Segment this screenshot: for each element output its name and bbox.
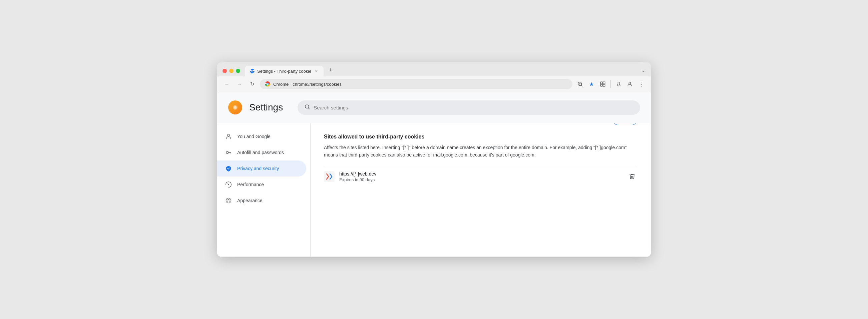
svg-point-14	[226, 151, 228, 154]
tabs-menu-button[interactable]: ⌄	[642, 68, 646, 77]
chrome-logo-icon	[265, 81, 271, 87]
person-icon	[225, 133, 232, 140]
active-tab[interactable]: Settings - Third-party cookie ✕	[245, 66, 323, 77]
svg-point-19	[229, 200, 230, 200]
sidebar-item-appearance[interactable]: Appearance	[217, 193, 306, 208]
sidebar-item-autofill[interactable]: Autofill and passwords	[217, 144, 306, 161]
main-content-panel: Sites allowed to use third-party cookies…	[311, 123, 651, 257]
settings-search-bar[interactable]	[298, 100, 640, 115]
palette-icon	[225, 197, 232, 204]
tab-close-button[interactable]: ✕	[314, 68, 319, 74]
cookie-entry: https://[*.]web.dev Expires in 90 days	[324, 167, 638, 186]
site-favicon-icon	[324, 171, 335, 182]
settings-page-title: Settings	[249, 102, 283, 113]
svg-point-17	[227, 200, 228, 200]
lab-experiments-button[interactable]	[614, 79, 623, 89]
sidebar-item-privacy[interactable]: Privacy and security	[217, 161, 306, 176]
add-site-button[interactable]: Add	[613, 123, 638, 125]
svg-point-16	[226, 198, 231, 203]
svg-point-11	[234, 106, 237, 109]
shield-icon	[225, 165, 232, 172]
bookmark-star-button[interactable]: ★	[586, 79, 596, 89]
main-area: Settings	[217, 92, 651, 257]
nav-divider	[611, 80, 611, 88]
sidebar-item-performance[interactable]: Performance	[217, 176, 306, 193]
sidebar-label-performance: Performance	[237, 182, 264, 187]
new-tab-button[interactable]: +	[326, 67, 335, 77]
sidebar-label-autofill: Autofill and passwords	[237, 150, 284, 155]
address-text: chrome://settings/cookies	[292, 82, 568, 87]
svg-rect-4	[600, 82, 602, 84]
settings-logo-icon	[228, 100, 243, 115]
maximize-button[interactable]	[236, 69, 240, 73]
title-bar: Settings - Third-party cookie ✕ + ⌄	[217, 62, 651, 77]
settings-sidebar: You and Google Autofill and passwords	[217, 123, 311, 257]
svg-point-8	[629, 82, 631, 84]
delete-cookie-button[interactable]	[627, 171, 638, 182]
nav-bar: ← → ↻ Chrome chrome://settings/cookies	[217, 77, 651, 92]
svg-point-15	[228, 184, 229, 185]
svg-rect-6	[600, 84, 602, 86]
tab-favicon-icon	[250, 68, 255, 74]
svg-rect-5	[603, 82, 605, 84]
cookie-url: https://[*.]web.dev	[339, 171, 622, 176]
search-input[interactable]	[314, 105, 633, 111]
section-description: Affects the sites listed here. Inserting…	[324, 144, 638, 159]
traffic-lights	[222, 69, 240, 77]
search-icon	[304, 104, 310, 112]
zoom-icon[interactable]	[575, 79, 585, 89]
back-button[interactable]: ←	[222, 79, 232, 89]
browser-window: Settings - Third-party cookie ✕ + ⌄ ← → …	[217, 62, 651, 257]
cookie-expiry: Expires in 90 days	[339, 177, 622, 182]
settings-header: Settings	[217, 92, 651, 123]
content-area: You and Google Autofill and passwords	[217, 123, 651, 257]
chrome-menu-button[interactable]: ⋮	[636, 79, 646, 89]
tab-title: Settings - Third-party cookie	[257, 69, 311, 74]
refresh-button[interactable]: ↻	[247, 79, 257, 89]
key-icon	[225, 149, 232, 156]
minimize-button[interactable]	[229, 69, 234, 73]
sidebar-label-privacy: Privacy and security	[237, 166, 279, 171]
svg-point-2	[267, 83, 268, 85]
svg-point-18	[228, 199, 229, 200]
address-bar[interactable]: Chrome chrome://settings/cookies	[260, 79, 572, 89]
gauge-icon	[225, 181, 232, 188]
extensions-button[interactable]	[598, 79, 608, 89]
cookie-info: https://[*.]web.dev Expires in 90 days	[339, 171, 622, 182]
cookies-section: Sites allowed to use third-party cookies…	[324, 134, 638, 159]
svg-rect-7	[603, 84, 605, 86]
section-title: Sites allowed to use third-party cookies	[324, 134, 638, 140]
svg-rect-20	[324, 171, 335, 182]
sidebar-label-you-google: You and Google	[237, 134, 271, 139]
chrome-label: Chrome	[273, 82, 288, 87]
forward-button[interactable]: →	[235, 79, 245, 89]
nav-actions: ★ ⋮	[575, 79, 646, 89]
close-button[interactable]	[222, 69, 227, 73]
profile-button[interactable]	[625, 79, 635, 89]
sidebar-label-appearance: Appearance	[237, 198, 262, 203]
svg-point-13	[227, 134, 230, 137]
sidebar-item-you-google[interactable]: You and Google	[217, 128, 306, 144]
